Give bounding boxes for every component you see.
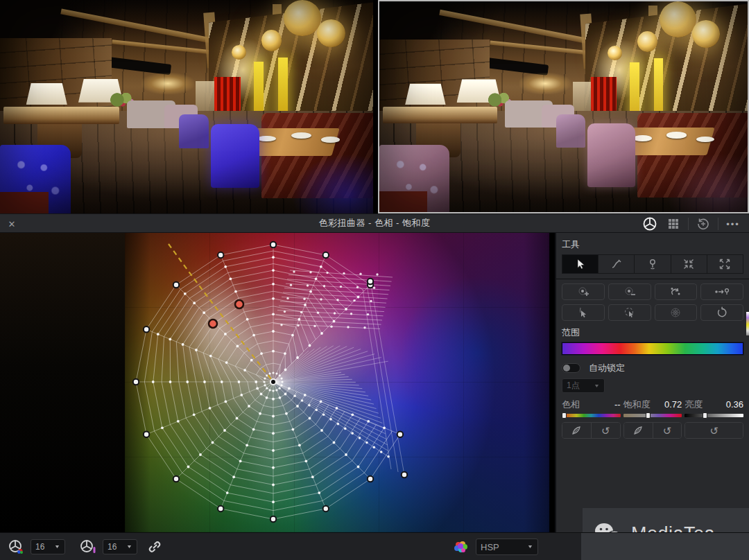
mesh-edit-row-2 bbox=[562, 304, 743, 321]
hue-resolution-dropdown[interactable]: 16 ▼ bbox=[31, 539, 65, 554]
divider bbox=[718, 218, 718, 230]
draw-tool-button[interactable] bbox=[599, 255, 635, 273]
expand-tool-button[interactable] bbox=[707, 255, 743, 273]
auto-lock-row: 自动锁定 bbox=[562, 362, 749, 374]
range-label: 范围 bbox=[562, 326, 749, 339]
luminance-reset-button[interactable]: ↺ bbox=[685, 423, 743, 438]
viewer-split bbox=[0, 0, 749, 213]
color-warper-window: ✕ 色彩扭曲器 - 色相 - 饱和度 ••• bbox=[0, 0, 749, 560]
workspace: 工具 bbox=[0, 233, 749, 532]
remove-point-button[interactable] bbox=[608, 283, 651, 300]
parameter-readouts: 色相-- ↺ 饱和度0.72 bbox=[562, 399, 743, 439]
lock-points-value: 1点 bbox=[567, 380, 580, 392]
luminance-label: 亮度 bbox=[685, 399, 703, 411]
bottom-toolbar: 16 ▼ 16 ▼ HSP ▼ bbox=[0, 532, 749, 560]
sat-resolution-icon bbox=[79, 539, 97, 555]
tools-label: 工具 bbox=[562, 238, 749, 251]
warper-canvas[interactable] bbox=[0, 233, 555, 532]
mesh-show-button[interactable] bbox=[655, 304, 698, 321]
image-after[interactable] bbox=[378, 0, 749, 213]
hue-resolution-value: 16 bbox=[35, 542, 44, 552]
chevron-down-icon: ▼ bbox=[594, 383, 600, 389]
hue-feather-button[interactable] bbox=[562, 423, 592, 438]
grid-view-icon[interactable] bbox=[662, 216, 685, 231]
saturation-reset-button[interactable]: ↺ bbox=[653, 423, 682, 438]
divider bbox=[688, 218, 689, 230]
image-before[interactable] bbox=[0, 0, 373, 213]
cycle-points-button[interactable] bbox=[655, 283, 698, 300]
colorspace-value: HSP bbox=[481, 542, 499, 552]
add-point-button[interactable] bbox=[562, 283, 605, 300]
lasso-select-button[interactable] bbox=[608, 304, 651, 321]
luminance-value: 0.36 bbox=[726, 399, 743, 410]
panel-title: 色彩扭曲器 - 色相 - 饱和度 bbox=[0, 217, 749, 229]
chevron-down-icon: ▼ bbox=[126, 544, 132, 550]
slider-handle[interactable] bbox=[646, 412, 651, 419]
lock-points-dropdown[interactable]: 1点 ▼ bbox=[562, 378, 605, 393]
chevron-down-icon: ▼ bbox=[527, 544, 533, 550]
color-warper-mesh[interactable] bbox=[0, 233, 555, 532]
hue-mini-slider[interactable] bbox=[562, 414, 621, 417]
color-wheel-view-icon[interactable] bbox=[638, 216, 662, 231]
options-menu-icon[interactable]: ••• bbox=[721, 216, 745, 231]
divider bbox=[556, 279, 749, 279]
colorspace-cube-icon bbox=[452, 539, 469, 555]
pin-tool-button[interactable] bbox=[635, 255, 671, 273]
hue-value: -- bbox=[614, 399, 621, 410]
saturation-value: 0.72 bbox=[664, 399, 682, 410]
slider-handle[interactable] bbox=[703, 412, 707, 419]
restaurant-scene-before bbox=[0, 0, 373, 213]
luminance-param: 亮度0.36 ↺ bbox=[685, 399, 743, 439]
slider-handle[interactable] bbox=[562, 412, 567, 419]
chevron-down-icon: ▼ bbox=[54, 544, 60, 550]
warper-titlebar: ✕ 色彩扭曲器 - 色相 - 饱和度 ••• bbox=[0, 213, 749, 233]
sat-resolution-dropdown[interactable]: 16 ▼ bbox=[103, 539, 137, 554]
hue-range-bar[interactable] bbox=[562, 342, 743, 355]
tools-panel: 工具 bbox=[555, 233, 749, 532]
reset-mesh-button[interactable] bbox=[700, 304, 743, 321]
watermark-block-lower bbox=[581, 533, 749, 560]
sat-resolution-value: 16 bbox=[107, 542, 117, 552]
auto-lock-toggle[interactable] bbox=[562, 363, 580, 373]
tool-mode-row bbox=[562, 254, 743, 274]
collapse-tool-button[interactable] bbox=[671, 255, 707, 273]
select-path-button[interactable] bbox=[562, 304, 605, 321]
reset-history-icon[interactable] bbox=[691, 216, 715, 231]
edge-color-strip bbox=[746, 312, 749, 335]
vignette bbox=[379, 1, 748, 212]
hue-label: 色相 bbox=[562, 399, 580, 411]
saturation-mini-slider[interactable] bbox=[623, 414, 682, 417]
restaurant-scene-after bbox=[379, 1, 748, 212]
colorspace-dropdown[interactable]: HSP ▼ bbox=[476, 539, 538, 555]
link-icon[interactable] bbox=[147, 539, 162, 554]
hue-reset-button[interactable]: ↺ bbox=[592, 423, 620, 438]
luminance-mini-slider[interactable] bbox=[685, 414, 743, 417]
hue-resolution-icon bbox=[7, 539, 25, 555]
convert-to-pin-button[interactable] bbox=[700, 283, 743, 300]
toggle-knob bbox=[563, 365, 570, 371]
vignette bbox=[0, 0, 373, 213]
saturation-feather-button[interactable] bbox=[624, 423, 653, 438]
saturation-label: 饱和度 bbox=[623, 399, 651, 411]
hue-param: 色相-- ↺ bbox=[562, 399, 621, 439]
mesh-edit-row-1 bbox=[562, 283, 743, 300]
auto-lock-label: 自动锁定 bbox=[589, 362, 625, 374]
select-tool-button[interactable] bbox=[562, 255, 599, 273]
close-icon[interactable]: ✕ bbox=[6, 218, 18, 230]
saturation-param: 饱和度0.72 ↺ bbox=[623, 399, 682, 439]
